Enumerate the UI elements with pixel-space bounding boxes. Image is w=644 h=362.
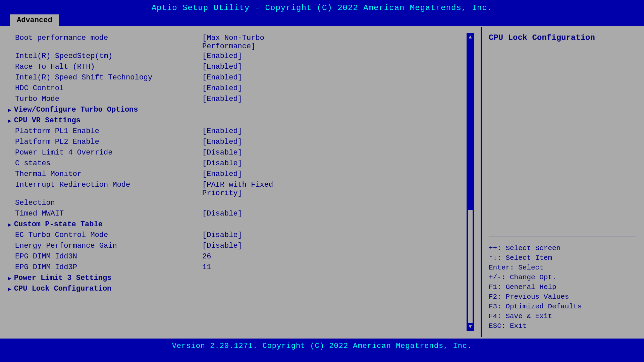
- main-container: Boot performance mode[Max Non-TurboPerfo…: [0, 26, 644, 338]
- scroll-up-arrow[interactable]: ▲: [469, 33, 472, 41]
- footer: Version 2.20.1271. Copyright (C) 2022 Am…: [0, 338, 644, 353]
- menu-item-label: Turbo Mode: [8, 95, 202, 103]
- advanced-tab[interactable]: Advanced: [10, 14, 59, 26]
- tab-bar: Advanced: [0, 14, 644, 26]
- menu-item-label: Timed MWAIT: [8, 209, 202, 218]
- menu-item-value: [Enabled]: [202, 84, 467, 93]
- menu-item[interactable]: ▶Power Limit 3 Settings: [8, 273, 467, 284]
- left-panel: Boot performance mode[Max Non-TurboPerfo…: [1, 27, 482, 337]
- menu-item[interactable]: Intel(R) Speed Shift Technology[Enabled]: [8, 73, 467, 83]
- submenu-arrow-icon: ▶: [8, 106, 11, 114]
- help-item: ++: Select Screen: [489, 243, 636, 253]
- menu-item[interactable]: Power Limit 4 Override[Disable]: [8, 148, 467, 159]
- menu-item[interactable]: ▶View/Configure Turbo Options: [8, 105, 467, 116]
- menu-content: Boot performance mode[Max Non-TurboPerfo…: [8, 33, 467, 331]
- menu-item[interactable]: Selection: [8, 198, 467, 209]
- menu-item-value: [Disable]: [202, 231, 467, 239]
- menu-item-label: Intel(R) Speed Shift Technology: [8, 73, 202, 82]
- menu-item-value: [Enabled]: [202, 127, 467, 135]
- title-text: Aptio Setup Utility - Copyright (C) 2022…: [152, 3, 493, 12]
- menu-item-value: [Enabled]: [202, 63, 467, 71]
- title-bar: Aptio Setup Utility - Copyright (C) 2022…: [0, 0, 644, 14]
- menu-item-value: [PAIR with FixedPriority]: [202, 181, 467, 197]
- menu-item-label: Boot performance mode: [8, 34, 202, 42]
- menu-item-label: Energy Performance Gain: [8, 242, 202, 250]
- menu-item-value: 26: [202, 252, 467, 261]
- help-item: F2: Previous Values: [489, 292, 636, 302]
- menu-item-label: Platform PL1 Enable: [8, 127, 202, 135]
- menu-item[interactable]: Thermal Monitor[Enabled]: [8, 169, 467, 180]
- submenu-arrow-icon: ▶: [8, 117, 11, 124]
- menu-item-label: ▶CPU Lock Configuration: [8, 285, 202, 293]
- menu-item-value: [Disable]: [202, 209, 467, 218]
- help-item: +/-: Change Opt.: [489, 273, 636, 282]
- help-item: F1: General Help: [489, 282, 636, 292]
- help-title: CPU Lock Configuration: [489, 33, 636, 42]
- menu-item-label: EC Turbo Control Mode: [8, 231, 202, 239]
- menu-item-label: Platform PL2 Enable: [8, 138, 202, 146]
- menu-item[interactable]: Energy Performance Gain[Disable]: [8, 241, 467, 252]
- menu-item[interactable]: EC Turbo Control Mode[Disable]: [8, 230, 467, 241]
- menu-item[interactable]: Turbo Mode[Enabled]: [8, 94, 467, 105]
- footer-text: Version 2.20.1271. Copyright (C) 2022 Am…: [172, 342, 472, 350]
- menu-item[interactable]: Boot performance mode[Max Non-TurboPerfo…: [8, 33, 467, 51]
- menu-item-label: Thermal Monitor: [8, 170, 202, 178]
- menu-item-value: [Enabled]: [202, 73, 467, 82]
- menu-item[interactable]: Interrupt Redirection Mode[PAIR with Fix…: [8, 180, 467, 198]
- help-item: ↑↓: Select Item: [489, 253, 636, 263]
- scrollbar[interactable]: ▲ ▼: [467, 33, 474, 331]
- menu-item[interactable]: Timed MWAIT[Disable]: [8, 209, 467, 220]
- menu-item-label: Interrupt Redirection Mode: [8, 181, 202, 189]
- scroll-down-arrow[interactable]: ▼: [469, 323, 472, 331]
- menu-item[interactable]: Intel(R) SpeedStep(tm)[Enabled]: [8, 51, 467, 62]
- menu-item-value: [Disable]: [202, 148, 467, 157]
- menu-item-label: EPG DIMM Idd3P: [8, 263, 202, 272]
- scroll-track: [468, 41, 473, 323]
- menu-item-label: ▶View/Configure Turbo Options: [8, 106, 202, 114]
- menu-item-label: C states: [8, 159, 202, 168]
- submenu-arrow-icon: ▶: [8, 221, 11, 228]
- menu-item-value: [Disable]: [202, 242, 467, 250]
- menu-item[interactable]: ▶Custom P-state Table: [8, 220, 467, 230]
- help-item: F4: Save & Exit: [489, 311, 636, 321]
- menu-item-label: Power Limit 4 Override: [8, 148, 202, 157]
- menu-item[interactable]: Race To Halt (RTH)[Enabled]: [8, 62, 467, 73]
- menu-item-label: Race To Halt (RTH): [8, 63, 202, 71]
- menu-item-value: [Max Non-TurboPerformance]: [202, 34, 467, 51]
- menu-item[interactable]: HDC Control[Enabled]: [8, 83, 467, 94]
- help-item: Enter: Select: [489, 263, 636, 273]
- menu-item-value: [Enabled]: [202, 170, 467, 178]
- menu-item-label: ▶Power Limit 3 Settings: [8, 274, 202, 282]
- menu-item-value: [Enabled]: [202, 95, 467, 103]
- menu-item-value: 11: [202, 263, 467, 272]
- menu-item-value: [Disable]: [202, 159, 467, 168]
- menu-item[interactable]: C states[Disable]: [8, 159, 467, 169]
- menu-item-label: HDC Control: [8, 84, 202, 93]
- help-divider: [489, 237, 636, 237]
- menu-item[interactable]: EPG DIMM Idd3P11: [8, 262, 467, 273]
- menu-item-label: EPG DIMM Idd3N: [8, 252, 202, 261]
- scroll-thumb: [468, 41, 473, 210]
- menu-item-label: Selection: [8, 199, 202, 207]
- submenu-arrow-icon: ▶: [8, 275, 11, 282]
- help-item: F3: Optimized Defaults: [489, 302, 636, 311]
- help-item: ESC: Exit: [489, 321, 636, 331]
- menu-item[interactable]: ▶CPU Lock Configuration: [8, 284, 467, 295]
- menu-item-label: ▶CPU VR Settings: [8, 116, 202, 125]
- menu-item[interactable]: Platform PL1 Enable[Enabled]: [8, 126, 467, 137]
- menu-item[interactable]: ▶CPU VR Settings: [8, 116, 467, 126]
- menu-item[interactable]: Platform PL2 Enable[Enabled]: [8, 137, 467, 148]
- right-panel: CPU Lock Configuration ++: Select Screen…: [482, 27, 643, 337]
- left-content-wrapper: Boot performance mode[Max Non-TurboPerfo…: [8, 33, 474, 331]
- submenu-arrow-icon: ▶: [8, 285, 11, 293]
- menu-item-label: Intel(R) SpeedStep(tm): [8, 52, 202, 60]
- menu-item-label: ▶Custom P-state Table: [8, 220, 202, 229]
- menu-item-value: [Enabled]: [202, 52, 467, 60]
- menu-item-value: [Enabled]: [202, 138, 467, 146]
- help-items: ++: Select Screen↑↓: Select ItemEnter: S…: [489, 243, 636, 331]
- menu-item[interactable]: EPG DIMM Idd3N26: [8, 252, 467, 262]
